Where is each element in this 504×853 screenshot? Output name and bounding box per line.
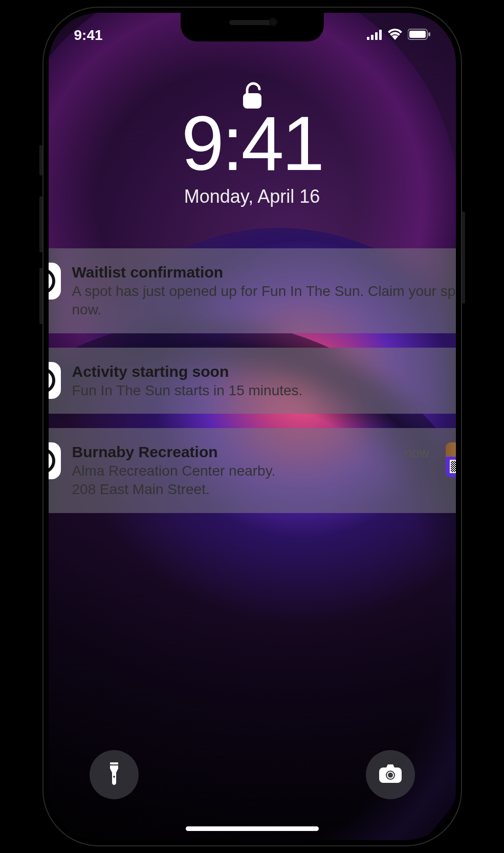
phone-frame: 9:41 9:41 Monday, April 16: [42, 7, 462, 846]
svg-point-10: [49, 450, 54, 472]
notification-title: Burnaby Recreation: [72, 443, 218, 461]
notification-time: now: [405, 445, 429, 461]
svg-point-8: [49, 270, 54, 292]
app-icon: [49, 362, 61, 399]
screen: 9:41 9:41 Monday, April 16: [49, 13, 456, 840]
notification-title: Activity starting soon: [72, 363, 229, 380]
camera-button[interactable]: [366, 750, 415, 799]
notification-title: Waitlist confirmation: [72, 264, 224, 281]
quick-actions: [49, 750, 456, 799]
svg-rect-5: [409, 31, 426, 38]
volume-up-button: [39, 196, 42, 252]
app-icon: [49, 263, 61, 300]
lock-date: Monday, April 16: [49, 186, 456, 207]
notification[interactable]: Burnaby Recreation now Alma Recreation C…: [49, 428, 456, 513]
home-indicator[interactable]: [186, 826, 319, 831]
cellular-icon: [367, 27, 382, 44]
notification-body: Alma Recreation Center nearby. 208 East …: [72, 462, 429, 499]
camera-icon: [378, 763, 403, 786]
svg-point-12: [113, 776, 115, 778]
wifi-icon: [387, 27, 403, 44]
notification-list: Waitlist confirmation now A spot has jus…: [49, 248, 456, 527]
svg-point-9: [49, 369, 54, 392]
notification-thumbnail: [446, 442, 456, 477]
lock-clock: 9:41 Monday, April 16: [49, 105, 456, 207]
svg-rect-2: [375, 32, 378, 40]
svg-rect-3: [379, 30, 382, 40]
notification-body: A spot has just opened up for Fun In The…: [72, 282, 456, 319]
svg-rect-1: [371, 35, 374, 40]
battery-icon: [408, 27, 430, 44]
status-time: 9:41: [74, 27, 103, 44]
flashlight-icon: [105, 761, 123, 788]
lock-time: 9:41: [49, 105, 456, 182]
volume-down-button: [39, 268, 42, 324]
svg-rect-0: [367, 37, 369, 40]
notification[interactable]: Activity starting soon now Fun In The Su…: [49, 348, 456, 414]
notch: [181, 13, 324, 41]
silent-switch: [39, 145, 42, 176]
flashlight-button[interactable]: [90, 750, 139, 799]
app-icon: [49, 442, 61, 479]
power-button: [462, 211, 465, 304]
svg-rect-11: [110, 762, 118, 764]
notification[interactable]: Waitlist confirmation now A spot has jus…: [49, 248, 456, 333]
svg-rect-6: [428, 32, 430, 36]
notification-body: Fun In The Sun starts in 15 minutes.: [72, 381, 456, 400]
